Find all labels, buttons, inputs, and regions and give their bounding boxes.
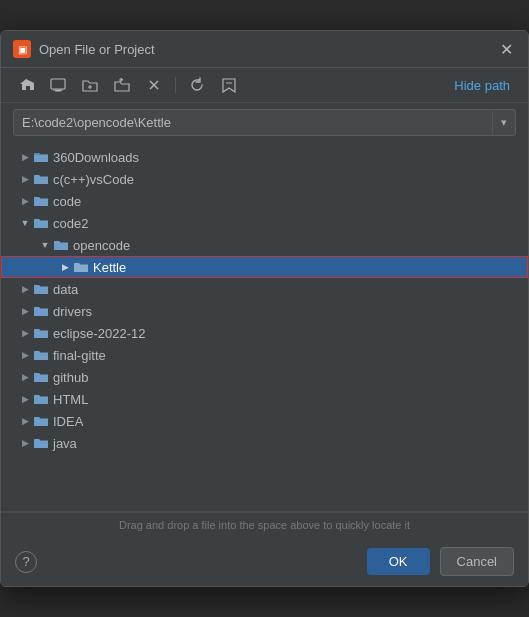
- folder-icon-opencode: [53, 238, 69, 252]
- refresh-button[interactable]: [184, 74, 210, 96]
- path-input[interactable]: [14, 110, 492, 135]
- tree-item-drivers[interactable]: ▶ drivers: [1, 300, 528, 322]
- folder-icon-code2: [33, 216, 49, 230]
- expand-icon-opencode: ▼: [37, 237, 53, 253]
- app-icon: [13, 40, 31, 58]
- expand-icon-code2: ▼: [17, 215, 33, 231]
- expand-icon-java: ▶: [17, 435, 33, 451]
- dialog-title: Open File or Project: [39, 42, 488, 57]
- tree-label-eclipse: eclipse-2022-12: [53, 326, 146, 341]
- tree-item-cvsCode[interactable]: ▶ c(c++)vsCode: [1, 168, 528, 190]
- expand-icon-kettle: ▶: [57, 259, 73, 275]
- tree-item-eclipse[interactable]: ▶ eclipse-2022-12: [1, 322, 528, 344]
- tree-item-kettle[interactable]: ▶ Kettle: [1, 256, 528, 278]
- tree-item-github[interactable]: ▶ github: [1, 366, 528, 388]
- open-file-dialog: Open File or Project ✕: [0, 30, 529, 587]
- toolbar: Hide path: [1, 68, 528, 103]
- desktop-button[interactable]: [45, 74, 71, 96]
- folder-icon-html: [33, 392, 49, 406]
- ok-button[interactable]: OK: [367, 548, 430, 575]
- delete-button[interactable]: [141, 74, 167, 96]
- folder-icon-java: [33, 436, 49, 450]
- expand-icon-html: ▶: [17, 391, 33, 407]
- tree-item-code2[interactable]: ▼ code2: [1, 212, 528, 234]
- tree-label-code2: code2: [53, 216, 88, 231]
- move-button[interactable]: [109, 74, 135, 96]
- folder-icon-github: [33, 370, 49, 384]
- bottom-bar: ? OK Cancel: [1, 537, 528, 586]
- tree-label-cvsCode: c(c++)vsCode: [53, 172, 134, 187]
- folder-icon-kettle: [73, 260, 89, 274]
- separator-1: [175, 77, 176, 93]
- new-folder-button[interactable]: [77, 74, 103, 96]
- cancel-button[interactable]: Cancel: [440, 547, 514, 576]
- tree-label-github: github: [53, 370, 88, 385]
- tree-item-opencode[interactable]: ▼ opencode: [1, 234, 528, 256]
- title-bar: Open File or Project ✕: [1, 31, 528, 68]
- folder-icon-code: [33, 194, 49, 208]
- expand-icon-final-gitte: ▶: [17, 347, 33, 363]
- tree-item-code[interactable]: ▶ code: [1, 190, 528, 212]
- svg-rect-0: [51, 79, 65, 89]
- tree-item-final-gitte[interactable]: ▶ final-gitte: [1, 344, 528, 366]
- tree-label-drivers: drivers: [53, 304, 92, 319]
- tree-label-data: data: [53, 282, 78, 297]
- file-tree[interactable]: ▶ 360Downloads ▶ c(c++)vsCode ▶ code ▼: [1, 142, 528, 512]
- expand-icon-code: ▶: [17, 193, 33, 209]
- path-bar: ▾: [13, 109, 516, 136]
- folder-icon-idea: [33, 414, 49, 428]
- expand-icon-idea: ▶: [17, 413, 33, 429]
- folder-icon-cvsCode: [33, 172, 49, 186]
- tree-label-java: java: [53, 436, 77, 451]
- tree-label-idea: IDEA: [53, 414, 83, 429]
- tree-label-code: code: [53, 194, 81, 209]
- folder-icon-drivers: [33, 304, 49, 318]
- bookmarks-button[interactable]: [216, 74, 242, 96]
- tree-label-360downloads: 360Downloads: [53, 150, 139, 165]
- drag-hint: Drag and drop a file into the space abov…: [1, 512, 528, 537]
- home-button[interactable]: [13, 74, 39, 96]
- path-dropdown-button[interactable]: ▾: [492, 111, 515, 134]
- tree-item-data[interactable]: ▶ data: [1, 278, 528, 300]
- tree-label-html: HTML: [53, 392, 88, 407]
- tree-item-idea[interactable]: ▶ IDEA: [1, 410, 528, 432]
- tree-item-java[interactable]: ▶ java: [1, 432, 528, 454]
- tree-item-360downloads[interactable]: ▶ 360Downloads: [1, 146, 528, 168]
- expand-icon-cvsCode: ▶: [17, 171, 33, 187]
- folder-icon-eclipse: [33, 326, 49, 340]
- tree-item-html[interactable]: ▶ HTML: [1, 388, 528, 410]
- tree-label-final-gitte: final-gitte: [53, 348, 106, 363]
- help-button[interactable]: ?: [15, 551, 37, 573]
- expand-icon-360downloads: ▶: [17, 149, 33, 165]
- folder-icon-data: [33, 282, 49, 296]
- expand-icon-eclipse: ▶: [17, 325, 33, 341]
- close-button[interactable]: ✕: [496, 39, 516, 59]
- expand-icon-github: ▶: [17, 369, 33, 385]
- tree-label-kettle: Kettle: [93, 260, 126, 275]
- tree-label-opencode: opencode: [73, 238, 130, 253]
- expand-icon-data: ▶: [17, 281, 33, 297]
- folder-icon-final-gitte: [33, 348, 49, 362]
- expand-icon-drivers: ▶: [17, 303, 33, 319]
- hide-path-button[interactable]: Hide path: [448, 75, 516, 96]
- folder-icon-360downloads: [33, 150, 49, 164]
